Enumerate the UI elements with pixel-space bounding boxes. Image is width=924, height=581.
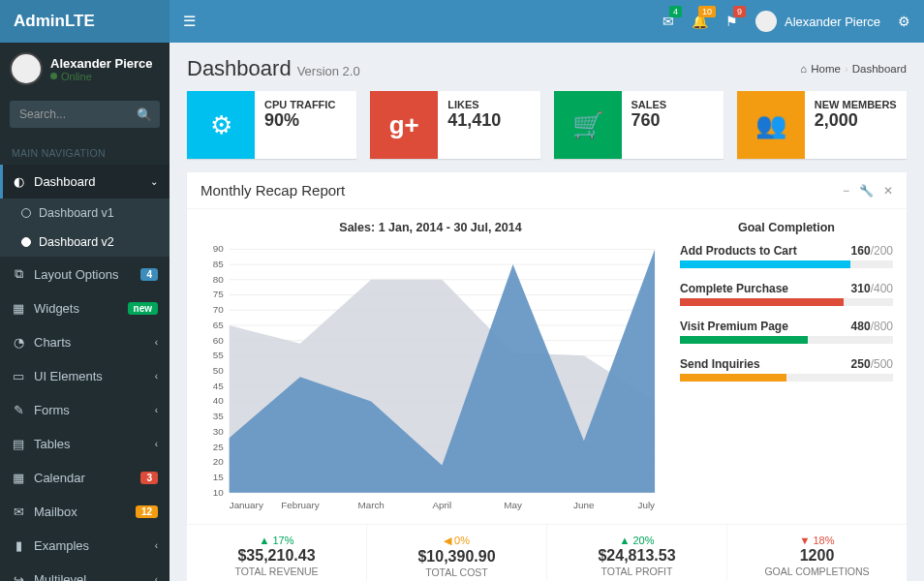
nav-charts[interactable]: ◔Charts‹: [0, 325, 169, 359]
infobox-members: 👥NEW MEMBERS2,000: [737, 91, 907, 159]
search-icon[interactable]: 🔍: [137, 107, 152, 122]
settings-button[interactable]: 🔧: [859, 184, 874, 198]
chevron-left-icon: ‹: [155, 405, 158, 415]
calendar-icon: ▦: [12, 471, 25, 485]
goal-item: Add Products to Cart160/200: [680, 244, 893, 268]
goal-item: Send Inquiries250/500: [680, 357, 893, 382]
chevron-left-icon: ‹: [155, 337, 158, 348]
infobox-likes: g+LIKES41,410: [370, 91, 539, 159]
sidebar: AdminLTE Alexander Pierce Online 🔍 MAIN …: [0, 0, 169, 581]
svg-text:10: 10: [213, 487, 224, 498]
messages-button[interactable]: ✉4: [662, 14, 674, 29]
settings-icon[interactable]: ⚙: [898, 14, 910, 29]
breadcrumb-home[interactable]: Home: [811, 63, 841, 75]
table-icon: ▤: [12, 437, 25, 451]
infobox-cpu: ⚙CPU TRAFFIC90%: [187, 91, 356, 159]
goals-title: Goal Completion: [680, 221, 893, 234]
nav-multilevel[interactable]: ↪Multilevel‹: [0, 563, 169, 581]
share-icon: ↪: [12, 572, 25, 581]
brand-logo[interactable]: AdminLTE: [0, 0, 169, 43]
topbar: ☰ ✉4 🔔10 ⚑9 Alexander Pierce ⚙: [169, 0, 924, 43]
svg-text:April: April: [432, 500, 451, 510]
nav-dashboard-v1[interactable]: Dashboard v1: [0, 199, 169, 228]
svg-text:March: March: [357, 500, 384, 510]
users-icon: 👥: [737, 91, 805, 159]
user-panel: Alexander Pierce Online: [0, 43, 169, 95]
svg-text:80: 80: [213, 274, 224, 285]
nav-ui-elements[interactable]: ▭UI Elements‹: [0, 359, 169, 393]
chevron-left-icon: ‹: [155, 371, 158, 382]
circle-icon: [21, 208, 31, 218]
sales-area-chart: 1015202530354045505560657075808590Januar…: [200, 242, 661, 513]
breadcrumb-current: Dashboard: [852, 63, 907, 75]
svg-text:30: 30: [213, 426, 224, 437]
collapse-button[interactable]: −: [843, 184, 849, 198]
svg-text:February: February: [281, 500, 320, 510]
chevron-left-icon: ‹: [155, 439, 158, 449]
goal-item: Complete Purchase310/400: [680, 282, 893, 306]
envelope-icon: ✉: [12, 505, 25, 519]
breadcrumb: ⌂ Home › Dashboard: [800, 63, 907, 75]
svg-text:June: June: [573, 500, 595, 510]
nav-forms[interactable]: ✎Forms‹: [0, 393, 169, 427]
nav-dashboard-v2[interactable]: Dashboard v2: [0, 228, 169, 257]
svg-text:25: 25: [213, 442, 224, 452]
svg-text:July: July: [638, 500, 656, 510]
svg-text:75: 75: [213, 289, 224, 299]
nav-mailbox[interactable]: ✉Mailbox12: [0, 495, 169, 529]
tasks-button[interactable]: ⚑9: [725, 14, 738, 29]
page-title: DashboardVersion 2.0: [187, 56, 360, 81]
sidebar-username: Alexander Pierce: [50, 56, 153, 71]
user-menu[interactable]: Alexander Pierce: [755, 11, 880, 32]
svg-text:50: 50: [213, 365, 224, 376]
svg-text:90: 90: [213, 243, 224, 254]
svg-text:55: 55: [213, 350, 224, 360]
svg-text:40: 40: [213, 395, 224, 406]
svg-text:January: January: [230, 500, 263, 510]
chevron-left-icon: ‹: [155, 574, 158, 581]
svg-text:60: 60: [213, 335, 224, 346]
folder-icon: ▮: [12, 538, 25, 553]
online-dot-icon: [50, 73, 57, 79]
chevron-left-icon: ‹: [155, 540, 158, 551]
nav-layout[interactable]: ⧉Layout Options4: [0, 257, 169, 291]
stat-goals: ▼ 18%1200GOAL COMPLETIONS: [727, 525, 907, 581]
chart-title: Sales: 1 Jan, 2014 - 30 Jul, 2014: [200, 221, 661, 234]
svg-text:70: 70: [213, 304, 224, 315]
svg-text:15: 15: [213, 472, 224, 482]
stat-profit: ▲ 20%$24,813.53TOTAL PROFIT: [547, 525, 727, 581]
google-plus-icon: g+: [370, 91, 438, 159]
svg-text:45: 45: [213, 381, 224, 391]
avatar: [755, 11, 777, 32]
circle-icon: [21, 237, 31, 247]
nav-calendar[interactable]: ▦Calendar3: [0, 461, 169, 495]
laptop-icon: ▭: [12, 369, 25, 383]
nav-widgets[interactable]: ▦Widgetsnew: [0, 291, 169, 325]
svg-text:65: 65: [213, 320, 224, 330]
gear-icon: ⚙: [187, 91, 255, 159]
edit-icon: ✎: [12, 403, 25, 417]
stats-footer: ▲ 17%$35,210.43TOTAL REVENUE ◀ 0%$10,390…: [187, 524, 907, 581]
cart-icon: 🛒: [554, 91, 622, 159]
nav-tables[interactable]: ▤Tables‹: [0, 427, 169, 461]
close-button[interactable]: ✕: [883, 184, 893, 198]
nav-dashboard[interactable]: ◐Dashboard ⌄: [0, 165, 169, 199]
svg-text:May: May: [504, 500, 522, 510]
sidebar-toggle-button[interactable]: ☰: [183, 13, 196, 30]
chevron-down-icon: ⌄: [150, 176, 158, 187]
home-icon: ⌂: [800, 63, 807, 75]
svg-text:20: 20: [213, 456, 224, 467]
nav-header: MAIN NAVIGATION: [0, 138, 169, 165]
dashboard-icon: ◐: [12, 174, 25, 189]
pie-icon: ◔: [12, 335, 25, 350]
stat-revenue: ▲ 17%$35,210.43TOTAL REVENUE: [187, 525, 367, 581]
recap-panel: Monthly Recap Report − 🔧 ✕ Sales: 1 Jan,…: [187, 172, 907, 524]
infobox-sales: 🛒SALES760: [554, 91, 724, 159]
avatar: [10, 52, 43, 85]
stat-cost: ◀ 0%$10,390.90TOTAL COST: [367, 525, 547, 581]
user-status: Online: [50, 71, 153, 82]
svg-text:85: 85: [213, 259, 224, 269]
notifications-button[interactable]: 🔔10: [692, 14, 708, 29]
nav-examples[interactable]: ▮Examples‹: [0, 529, 169, 563]
goal-item: Visit Premium Page480/800: [680, 320, 893, 344]
